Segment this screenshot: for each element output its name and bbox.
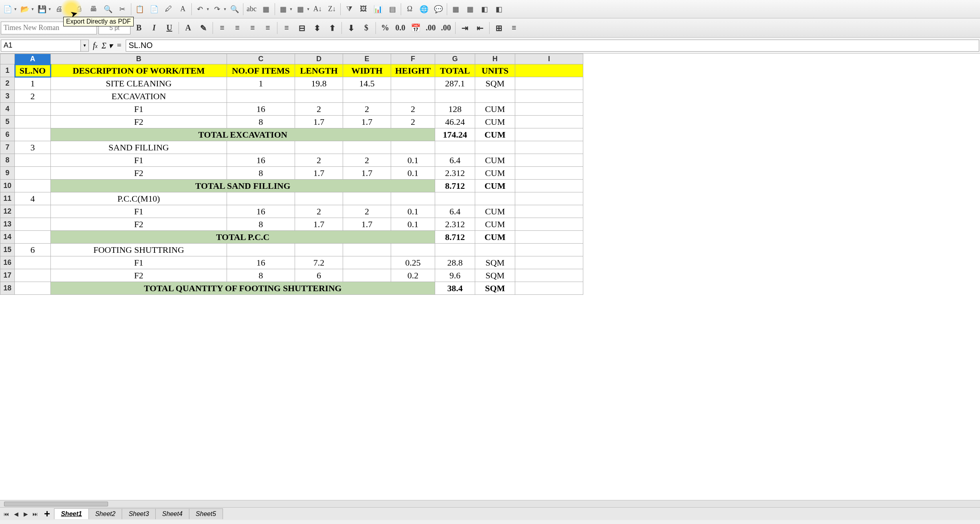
column-header-B[interactable]: B [51,54,227,64]
cell-F2[interactable] [391,77,435,90]
cell-C2[interactable]: 1 [227,77,295,90]
cell-I12[interactable] [515,205,583,218]
cell-F4[interactable]: 2 [391,103,435,116]
column-header-H[interactable]: H [475,54,515,64]
format-button-14[interactable]: $ [359,21,373,35]
cell-F11[interactable] [391,192,435,205]
toolbar-button-3[interactable]: 🖨 [52,2,66,16]
scrollbar-thumb[interactable] [4,502,108,506]
cell-B5[interactable]: F2 [51,116,227,128]
spreadsheet-grid[interactable]: ABCDEFGHI1SL.NODESCRIPTION OF WORK/ITEMN… [0,54,980,500]
cell-A14[interactable] [15,231,51,244]
add-sheet-button[interactable]: + [40,508,54,520]
row-header-6[interactable]: 6 [0,128,15,141]
cell-G8[interactable]: 6.4 [435,154,475,167]
cell-I11[interactable] [515,192,583,205]
format-button-23[interactable]: ≡ [507,21,521,35]
row-header-8[interactable]: 8 [0,154,15,167]
cell-D17[interactable]: 6 [295,269,343,282]
toolbar-button-29[interactable]: ▦ [463,2,477,16]
cell-H18[interactable]: SQM [475,282,515,295]
cell-D11[interactable] [295,192,343,205]
sheet-tab-sheet1[interactable]: Sheet1 [54,508,88,519]
cell-B1[interactable]: DESCRIPTION OF WORK/ITEM [51,64,227,77]
toolbar-button-25[interactable]: Ω [403,2,416,16]
cell-H13[interactable]: CUM [475,218,515,231]
equals-icon[interactable]: = [116,41,122,50]
column-header-A[interactable]: A [15,54,51,64]
toolbar-button-28[interactable]: ▦ [449,2,462,16]
cell-I1[interactable] [515,64,583,77]
cell-A16[interactable] [15,256,51,269]
cell-D5[interactable]: 1.7 [295,116,343,128]
cell-E13[interactable]: 1.7 [343,218,391,231]
toolbar-button-27[interactable]: 💬 [432,2,445,16]
cell-E7[interactable] [343,141,391,154]
cell-B4[interactable]: F1 [51,103,227,116]
cell-I6[interactable] [515,128,583,141]
format-button-6[interactable]: ≡ [231,21,244,35]
cell-C3[interactable] [227,90,295,103]
toolbar-button-12[interactable]: ↶ [193,2,207,16]
format-button-3[interactable]: A [181,21,195,35]
cell-H12[interactable]: CUM [475,205,515,218]
toolbar-button-4[interactable]: ⎙ [72,2,86,16]
row-header-15[interactable]: 15 [0,244,15,256]
cell-B2[interactable]: SITE CLEANING [51,77,227,90]
cell-E15[interactable] [343,244,391,256]
toolbar-button-8[interactable]: 📋 [133,2,147,16]
cell-E11[interactable] [343,192,391,205]
cell-G17[interactable]: 9.6 [435,269,475,282]
row-header-4[interactable]: 4 [0,103,15,116]
sheet-tab-sheet4[interactable]: Sheet4 [155,508,189,519]
cell-A3[interactable]: 2 [15,90,51,103]
cell-I16[interactable] [515,256,583,269]
cell-B7[interactable]: SAND FILLING [51,141,227,154]
name-box[interactable] [1,40,81,52]
column-header-C[interactable]: C [227,54,295,64]
column-header-D[interactable]: D [295,54,343,64]
toolbar-button-9[interactable]: 📄 [147,2,161,16]
cell-C12[interactable]: 16 [227,205,295,218]
cell-C9[interactable]: 8 [227,167,295,180]
cell-I8[interactable] [515,154,583,167]
toolbar-button-13[interactable]: ↷ [211,2,224,16]
cell-E17[interactable] [343,269,391,282]
cell-C8[interactable]: 16 [227,154,295,167]
cell-I9[interactable] [515,167,583,180]
cell-D13[interactable]: 1.7 [295,218,343,231]
cell-A10[interactable] [15,180,51,192]
cell-F1[interactable]: HEIGHT [391,64,435,77]
cell-A12[interactable] [15,205,51,218]
cell-H3[interactable] [475,90,515,103]
cell-G9[interactable]: 2.312 [435,167,475,180]
cell-G4[interactable]: 128 [435,103,475,116]
cell-H17[interactable]: SQM [475,269,515,282]
cell-D12[interactable]: 2 [295,205,343,218]
cell-A4[interactable] [15,103,51,116]
toolbar-button-1[interactable]: 📂 [18,2,32,16]
format-button-18[interactable]: .00 [424,21,438,35]
cell-B3[interactable]: EXCAVATION [51,90,227,103]
total-label-row18[interactable]: TOTAL QUANTITY OF FOOTING SHUTTERING [51,282,435,295]
cell-I15[interactable] [515,244,583,256]
cell-C17[interactable]: 8 [227,269,295,282]
cell-G10[interactable]: 8.712 [435,180,475,192]
toolbar-button-2[interactable]: 💾 [35,2,49,16]
cell-F13[interactable]: 0.1 [391,218,435,231]
toolbar-button-23[interactable]: 📊 [371,2,385,16]
cell-F12[interactable]: 0.1 [391,205,435,218]
cell-B8[interactable]: F1 [51,154,227,167]
cell-I3[interactable] [515,90,583,103]
toolbar-button-30[interactable]: ◧ [478,2,491,16]
cell-H14[interactable]: CUM [475,231,515,244]
cell-A7[interactable]: 3 [15,141,51,154]
cell-I17[interactable] [515,269,583,282]
total-label-row14[interactable]: TOTAL P.C.C [51,231,435,244]
format-button-17[interactable]: 📅 [409,21,422,35]
format-button-8[interactable]: ≡ [261,21,275,35]
toolbar-button-26[interactable]: 🌐 [417,2,431,16]
row-header-7[interactable]: 7 [0,141,15,154]
row-header-5[interactable]: 5 [0,116,15,128]
cell-C1[interactable]: NO.OF ITEMS [227,64,295,77]
